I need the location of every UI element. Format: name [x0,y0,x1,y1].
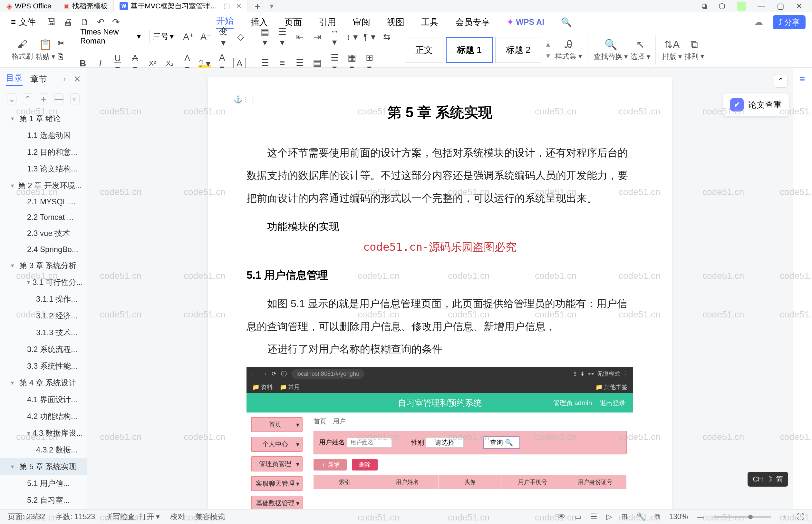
layout-icon[interactable]: ⧉ [701,2,707,11]
print-icon[interactable]: 🖨 [64,17,72,28]
align-justify-icon[interactable]: ▤ [311,58,323,68]
save-icon[interactable]: 🖫 [47,17,56,28]
indent-dec-icon[interactable]: ⇤ [294,32,306,42]
view-read-icon[interactable]: ⊞ [621,512,627,521]
tab-dk-template[interactable]: ◉ 找稻壳模板 [58,0,114,12]
zoom-slider[interactable] [713,516,772,518]
char-shading-icon[interactable]: A [233,58,246,69]
tab-icon[interactable]: ⇆ [381,32,393,42]
zoom-value[interactable]: 130% [669,512,688,521]
outline-expand-icon[interactable]: ⌃ [23,94,32,104]
outline-item[interactable]: 3.1.2 经济... [0,308,87,324]
align-left-icon[interactable]: ☰ [259,58,271,68]
cube-icon[interactable]: ⬡ [718,2,725,11]
window-maximize-icon[interactable]: ▢ [777,2,784,11]
outline-item[interactable]: ▾第 4 章 系统设计 [0,375,87,391]
format-painter-button[interactable]: 🖌 格式刷 [12,38,33,61]
outline-tab-toc[interactable]: 目录 [6,72,22,86]
arrange-button[interactable]: ⧉ 排列 ▾ [684,38,704,61]
outline-item[interactable]: 5.1 用户信... [0,475,87,492]
outline-item[interactable]: 5.3 公告类... [0,509,87,509]
page-up-button[interactable]: ⌃ [774,74,788,88]
view-split-icon[interactable]: ⧉ [655,512,660,521]
new-tab-button[interactable]: ＋ [248,0,267,12]
find-replace-button[interactable]: 🔍 查找替换 ▾ [594,38,628,62]
outline-collapse-icon[interactable]: ⌄ [7,94,16,104]
italic-icon[interactable]: I [94,58,106,69]
bold-icon[interactable]: B [77,58,89,69]
outline-item[interactable]: ▾第 2 章 开发环境... [0,177,87,194]
style-heading2[interactable]: 标题 2 [495,37,541,63]
select-button[interactable]: ↖ 选择 ▾ [630,38,650,62]
align-center-icon[interactable]: ≡ [276,58,288,68]
style-heading1[interactable]: 标题 1 [446,37,493,63]
style-scroll-down-icon[interactable]: ▾ [546,51,550,60]
status-words[interactable]: 字数: 11523 [55,512,95,522]
style-scroll-up-icon[interactable]: ▴ [546,39,550,49]
char-scale-icon[interactable]: ↔ ▾ [328,27,341,47]
bullet-list-icon[interactable]: ▤ ▾ [259,27,271,48]
highlight-icon[interactable]: ℐ ▾ [198,58,211,69]
status-page[interactable]: 页面: 23/32 [8,512,45,522]
indent-inc-icon[interactable]: ⇥ [311,32,323,42]
view-outline-icon[interactable]: ☰ [591,512,597,521]
zoom-out-icon[interactable]: — [697,512,705,521]
styleset-button[interactable]: Ꭿ 样式集 ▾ [555,38,582,61]
view-tools-icon[interactable]: 🔧 [636,512,646,521]
increase-font-icon[interactable]: A⁺ [182,31,195,42]
outline-item[interactable]: 4.2 功能结构... [0,408,87,425]
share-button[interactable]: ⤴ 分享 [773,15,806,29]
outline-item[interactable]: 3.3 系统性能... [0,358,87,375]
number-list-icon[interactable]: ☰ ▾ [276,27,288,48]
outline-item[interactable]: 3.2 系统流程... [0,341,87,358]
menu-vip[interactable]: 会员专享 [455,16,490,28]
hamburger-icon[interactable]: ≡ [800,74,805,84]
tab-menu-dropdown[interactable]: ▾ [267,2,276,11]
outline-item[interactable]: 2.1 MYSQL ... [0,194,87,210]
thesis-check-button[interactable]: ✔ 论文查重 [723,94,789,116]
outline-item[interactable]: 2.3 vue 技术 [0,225,87,242]
search-icon[interactable]: 🔍 [561,17,572,28]
outline-item[interactable]: ▾4.3 数据库设... [0,425,87,442]
copy-icon[interactable]: ⎘ [58,52,65,62]
clear-format-icon[interactable]: ◇ [235,31,247,42]
view-web-icon[interactable]: ▷ [607,512,612,521]
phonetic-icon[interactable]: 变 ▾ [217,25,229,48]
zoom-in-icon[interactable]: ＋ [780,512,788,522]
outline-item[interactable]: ▾3.1 可行性分... [0,274,87,291]
outline-item[interactable]: ▾第 5 章 系统实现 [0,458,87,475]
outline-item[interactable]: 3.1.1 操作... [0,291,87,308]
font-name-select[interactable]: Times New Roman▾ [77,30,144,43]
document-area[interactable]: ⚓⋮⋮ 第 5 章 系统实现 这个环节需要使用前面的设计方案，包括对系统模块的设… [87,68,793,509]
outline-item[interactable]: 4.1 界面设计... [0,391,87,408]
outline-item[interactable]: 1.3 论文结构... [0,161,87,177]
sort-button[interactable]: ⇅A 排版 ▾ [662,38,682,62]
outline-tab-chapter[interactable]: 章节 [30,73,47,85]
outline-item[interactable]: ▾第 3 章 系统分析 [0,257,87,274]
outline-item[interactable]: ▾第 1 章 绪论 [0,110,87,127]
paste-button[interactable]: 📋 粘贴 ▾ [35,38,55,62]
menu-tools[interactable]: 工具 [421,16,438,28]
outline-remove-icon[interactable]: — [54,94,64,104]
align-right-icon[interactable]: ☰ [294,58,306,68]
window-close-icon[interactable]: ✕ [796,2,802,11]
status-proof[interactable]: 校对 [170,512,185,522]
font-size-select[interactable]: 三号▾ [150,30,177,43]
outline-item[interactable]: 2.2 Tomcat ... [0,210,87,225]
avatar-icon[interactable] [737,2,746,11]
outline-link-icon[interactable]: ⌖ [70,94,80,104]
status-spellcheck[interactable]: 拼写检查: 打开 ▾ [105,512,160,522]
outline-item[interactable]: 1.1 选题动因 [0,127,87,144]
outline-item[interactable]: 3.1.3 技术... [0,324,87,341]
cut-icon[interactable]: ✂ [58,38,65,48]
line-spacing-icon[interactable]: ↕ ▾ [346,32,358,42]
superscript-icon[interactable]: X² [146,59,159,68]
subscript-icon[interactable]: X₂ [164,59,176,68]
style-normal[interactable]: 正文 [405,37,443,63]
menu-wps-ai[interactable]: ✦ WPS AI [507,17,544,27]
fullscreen-icon[interactable]: ⛶ [797,512,804,521]
close-outline-icon[interactable]: ✕ [73,74,81,84]
outline-item[interactable]: 1.2 目的和意... [0,144,87,161]
tab-present-icon[interactable]: ▢ [223,2,230,10]
chevron-right-icon[interactable]: › [63,75,66,83]
